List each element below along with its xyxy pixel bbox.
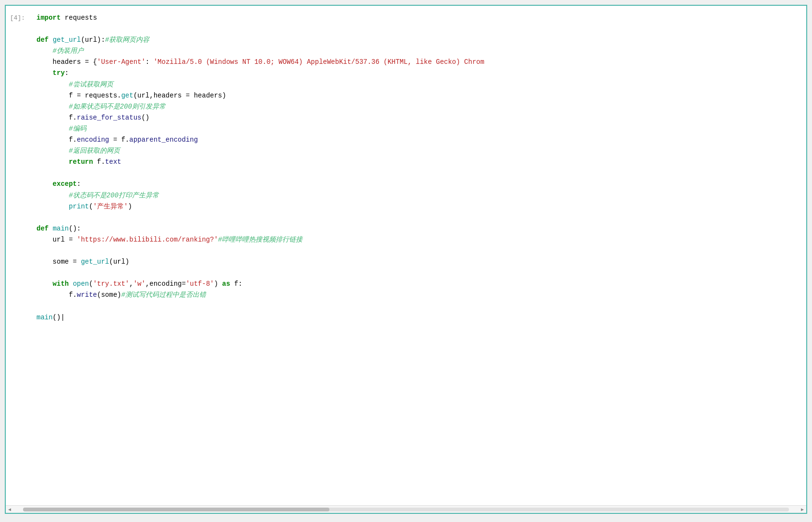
code-token: apparent_encoding <box>129 134 198 146</box>
code-token: main <box>36 312 53 323</box>
code-token: , <box>129 279 133 290</box>
code-line: with open('try.txt','w',encoding='utf-8'… <box>36 279 799 290</box>
code-line: try: <box>36 68 799 79</box>
cell-content[interactable]: import requests def get_url(url):#获取网页内容… <box>29 6 806 513</box>
code-line <box>36 168 799 179</box>
code-token: (some) <box>97 290 121 301</box>
code-token <box>69 279 73 290</box>
code-token: ) <box>214 279 222 290</box>
code-line: def get_url(url):#获取网页内容 <box>36 35 799 46</box>
code-token: ( <box>89 279 93 290</box>
code-token <box>36 146 69 157</box>
scrollbar[interactable]: ◀▶ <box>6 505 806 513</box>
code-token: get_url <box>81 256 109 267</box>
code-token: ()| <box>53 312 65 323</box>
scrollbar-thumb[interactable] <box>23 508 329 511</box>
code-token: '产生异常' <box>93 201 128 212</box>
code-line: import requests <box>36 12 799 24</box>
code-token: (): <box>69 223 81 234</box>
code-token: return <box>69 157 93 168</box>
code-token <box>36 68 53 79</box>
code-token <box>36 157 69 168</box>
code-token: ) <box>128 201 132 212</box>
code-token: some = <box>36 256 81 267</box>
code-token: ,encoding= <box>145 279 186 290</box>
scrollbar-track[interactable] <box>23 508 789 511</box>
code-line: #返回获取的网页 <box>36 146 799 157</box>
code-token: f. <box>36 112 77 123</box>
code-token: open <box>73 279 89 290</box>
code-line: print('产生异常') <box>36 201 799 212</box>
code-line <box>36 212 799 223</box>
code-line: #状态码不是200打印产生异常 <box>36 190 799 201</box>
code-token <box>36 46 53 57</box>
code-token: (url,headers = headers) <box>133 90 226 101</box>
code-token: #尝试获取网页 <box>69 79 113 90</box>
code-token: #返回获取的网页 <box>69 146 120 157</box>
code-token <box>36 201 69 212</box>
code-token: text <box>105 157 121 168</box>
code-token: 'User-Agent' <box>97 57 145 68</box>
code-line: url = 'https://www.bilibili.com/ranking?… <box>36 234 799 245</box>
code-token: #测试写代码过程中是否出错 <box>121 290 206 301</box>
code-line: headers = {'User-Agent': 'Mozilla/5.0 (W… <box>36 57 799 68</box>
code-token: get_url <box>53 35 81 46</box>
code-line: #尝试获取网页 <box>36 79 799 90</box>
code-line: #编码 <box>36 123 799 134</box>
code-token: : <box>145 57 154 68</box>
code-token <box>48 35 52 46</box>
code-token: #如果状态码不是200则引发异常 <box>69 101 166 112</box>
code-token: raise_for_status <box>77 112 141 123</box>
code-token: () <box>141 112 149 123</box>
code-token: f. <box>36 290 77 301</box>
code-line: f = requests.get(url,headers = headers) <box>36 90 799 101</box>
code-token: (url): <box>81 35 105 46</box>
code-token: url = <box>36 234 77 245</box>
code-line <box>36 245 799 256</box>
code-token: 'try.txt' <box>93 279 130 290</box>
code-token: (url) <box>109 256 129 267</box>
code-token: print <box>69 201 89 212</box>
code-token: main <box>53 223 69 234</box>
code-line: main()| <box>36 312 799 323</box>
code-token: try <box>53 68 65 79</box>
code-token: 'Mozilla/5.0 (Windows NT 10.0; WOW64) Ap… <box>154 57 485 68</box>
code-line: f.raise_for_status() <box>36 112 799 123</box>
code-line: #如果状态码不是200则引发异常 <box>36 101 799 112</box>
code-token: : <box>77 179 81 190</box>
code-token: ( <box>89 201 93 212</box>
code-token: = f. <box>109 134 129 146</box>
code-token: f: <box>230 279 242 290</box>
code-token: #哔哩哔哩热搜视频排行链接 <box>218 234 303 245</box>
code-token <box>48 223 52 234</box>
code-token: f = requests. <box>36 90 121 101</box>
code-token <box>36 179 53 190</box>
scroll-right-arrow[interactable]: ▶ <box>799 506 806 513</box>
scroll-left-arrow[interactable]: ◀ <box>6 506 13 513</box>
code-token: f. <box>36 134 77 146</box>
code-token: encoding <box>77 134 109 146</box>
code-line <box>36 301 799 312</box>
code-token: write <box>77 290 97 301</box>
code-line: def main(): <box>36 223 799 234</box>
code-token: with <box>53 279 69 290</box>
code-line: except: <box>36 179 799 190</box>
code-line <box>36 267 799 279</box>
code-token: requests <box>61 12 97 24</box>
code-token <box>36 123 69 134</box>
notebook-cell: [4]: import requests def get_url(url):#获… <box>5 5 807 514</box>
code-line <box>36 24 799 35</box>
code-token <box>36 279 53 290</box>
code-line: f.encoding = f.apparent_encoding <box>36 134 799 146</box>
code-line: some = get_url(url) <box>36 256 799 267</box>
code-token: 'w' <box>133 279 145 290</box>
code-token: : <box>65 68 69 79</box>
code-token: #编码 <box>69 123 86 134</box>
code-line: #伪装用户 <box>36 46 799 57</box>
code-token: def <box>36 35 48 46</box>
code-token: import <box>36 12 61 24</box>
code-token: #获取网页内容 <box>105 35 149 46</box>
code-token <box>36 190 69 201</box>
code-token: as <box>222 279 230 290</box>
code-line: f.write(some)#测试写代码过程中是否出错 <box>36 290 799 301</box>
